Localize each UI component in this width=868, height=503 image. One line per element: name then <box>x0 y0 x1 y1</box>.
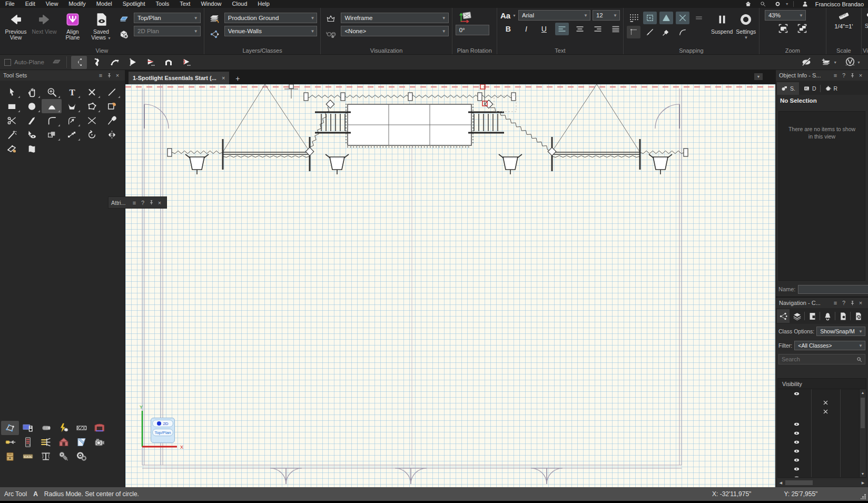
navigation-close-icon[interactable]: × <box>856 300 865 306</box>
snap-intersection-toggle[interactable] <box>676 12 689 24</box>
object-info-header[interactable]: Object Info - S... ≡ ? × <box>776 70 868 81</box>
toolset-category-camera[interactable] <box>91 435 108 449</box>
toolset-category-pipe-and-drape[interactable] <box>37 449 55 463</box>
offset-tool[interactable] <box>62 113 82 127</box>
tab-shape[interactable]: S. <box>777 82 799 95</box>
navigation-pin-icon[interactable] <box>848 301 856 305</box>
saved-views-button[interactable]: Saved Views ▼ <box>88 10 114 41</box>
toolset-category-video-screen[interactable] <box>19 421 37 435</box>
visible-eye-icon[interactable] <box>791 420 802 428</box>
visible-eye-icon[interactable] <box>791 456 802 464</box>
navigation-hscrollbar[interactable]: ◀ ▶ <box>777 479 866 486</box>
visibility-list[interactable]: Visibility ▲ ▼ <box>777 378 866 478</box>
view-mode-select[interactable]: Top/Plan▼ <box>134 13 201 23</box>
class-select[interactable]: Venue-Walls▼ <box>224 26 318 36</box>
render-style-select[interactable]: <None>▼ <box>341 26 448 36</box>
snap-grid-toggle[interactable] <box>627 12 640 24</box>
filter-select[interactable]: <All Classes>▼ <box>794 341 865 350</box>
attribute-mapping-tool[interactable] <box>2 142 22 156</box>
visible-eye-icon[interactable] <box>791 447 802 455</box>
snap-settings-caret[interactable]: ▼ <box>744 35 748 41</box>
previous-view-button[interactable]: Previous View <box>3 10 28 41</box>
font-size-select[interactable]: 12▼ <box>593 10 620 21</box>
duplicate-array-tool[interactable] <box>42 127 62 142</box>
rectangle-tool[interactable] <box>2 99 22 113</box>
object-info-pin-icon[interactable] <box>848 73 856 78</box>
toolset-category-pipe-fittings[interactable] <box>37 435 55 449</box>
plan-rotation-input[interactable]: 0° <box>456 25 489 35</box>
hidden-x-icon[interactable] <box>820 408 831 416</box>
view-cube-icon[interactable] <box>117 28 131 40</box>
working-plane-icon[interactable] <box>117 13 131 25</box>
nav-tab-classes[interactable] <box>777 309 790 323</box>
arc-tangent-mode-button[interactable] <box>125 56 141 69</box>
menu-item-file[interactable]: File <box>0 0 20 8</box>
wand-tool[interactable] <box>2 127 22 142</box>
fit-objects-icon[interactable] <box>776 23 790 34</box>
scroll-right-icon[interactable]: ▶ <box>860 481 866 485</box>
menu-item-edit[interactable]: Edit <box>20 0 41 8</box>
italic-button[interactable]: I <box>519 23 533 35</box>
next-view-button[interactable]: Next View <box>32 10 57 35</box>
view-bar-eye-icon[interactable] <box>865 10 868 22</box>
view-bar-settings-label[interactable]: Settings <box>865 23 868 29</box>
toolset-category-dimension-ruler[interactable] <box>19 449 37 463</box>
menu-item-view[interactable]: View <box>41 0 64 8</box>
visibility-row[interactable] <box>778 474 866 478</box>
rotate-tool[interactable] <box>82 127 102 142</box>
scroll-up-icon[interactable]: ▲ <box>860 389 866 396</box>
scrollbar-thumb[interactable] <box>861 398 865 428</box>
toolset-category-hardware-bolt[interactable] <box>55 449 73 463</box>
tab-data[interactable]: D <box>799 82 820 95</box>
arc-tool[interactable] <box>42 99 62 113</box>
tool-sets-pin-icon[interactable] <box>105 73 113 78</box>
scale-value[interactable]: 1/4"=1' <box>834 23 853 29</box>
freehand-tool[interactable] <box>62 99 82 113</box>
align-center-button[interactable] <box>573 23 587 35</box>
arc-center-mode-button[interactable] <box>179 56 194 69</box>
hide-detail-icon[interactable] <box>801 57 812 67</box>
attributes-close-icon[interactable]: × <box>155 200 164 206</box>
toolset-category-stage-drape[interactable] <box>91 421 108 435</box>
text-format-icon[interactable]: Aa <box>500 11 510 20</box>
snap-settings-button[interactable]: Settings ▼ <box>736 10 756 41</box>
toolset-category-soft-goods[interactable] <box>73 435 91 449</box>
attributes-palette[interactable]: Attri... ≡ ? × <box>108 196 167 209</box>
delete-vertex-tool[interactable] <box>82 85 102 99</box>
menu-item-spotlight[interactable]: Spotlight <box>117 0 151 8</box>
visible-eye-icon[interactable] <box>791 390 802 398</box>
layer-select[interactable]: Production Ground▼ <box>224 13 318 23</box>
visibility-column-header[interactable]: Visibility <box>778 379 866 389</box>
new-tab-button[interactable]: + <box>235 74 240 84</box>
font-select[interactable]: Arial▼ <box>518 10 590 21</box>
tool-sets-header[interactable]: Tool Sets ≡ × <box>0 70 125 81</box>
visible-eye-icon[interactable] <box>791 474 802 478</box>
visible-eye-icon[interactable] <box>791 429 802 437</box>
visibility-row[interactable] <box>778 429 866 438</box>
toolset-category-venue-house[interactable] <box>55 435 73 449</box>
attributes-help-icon[interactable]: ? <box>139 200 147 206</box>
toolset-category-lens[interactable] <box>37 421 55 435</box>
scroll-left-icon[interactable]: ◀ <box>777 481 784 485</box>
arc-three-point-mode-button[interactable] <box>107 56 123 69</box>
snap-curve-toggle[interactable] <box>676 26 689 38</box>
attributes-menu-icon[interactable]: ≡ <box>130 200 139 206</box>
eyedropper-tool[interactable] <box>102 113 122 127</box>
align-plane-button[interactable]: Align Plane <box>60 10 85 41</box>
line-tool[interactable] <box>102 85 122 99</box>
move-by-points-tool[interactable] <box>62 127 82 142</box>
view-bar-caret[interactable]: ▼ <box>865 30 868 35</box>
snap-smart-point-toggle[interactable] <box>627 26 640 38</box>
search-input[interactable] <box>782 356 856 362</box>
zoom-select[interactable]: 43%▼ <box>765 10 806 21</box>
text-format-caret[interactable]: ▼ <box>512 14 516 17</box>
navigation-menu-icon[interactable]: ≡ <box>831 300 840 306</box>
toolset-category-road-case[interactable] <box>1 449 19 463</box>
menu-item-tools[interactable]: Tools <box>151 0 175 8</box>
settings-icon[interactable] <box>774 1 782 7</box>
pan-tool[interactable] <box>22 85 42 99</box>
sheet-tool[interactable] <box>22 142 42 156</box>
drawing-canvas[interactable]: Y X 2D Top/Plan <box>125 84 775 487</box>
plane-mode-select[interactable]: 2D Plan▼ <box>134 26 201 36</box>
nav-tab-saved-views[interactable] <box>836 309 849 323</box>
